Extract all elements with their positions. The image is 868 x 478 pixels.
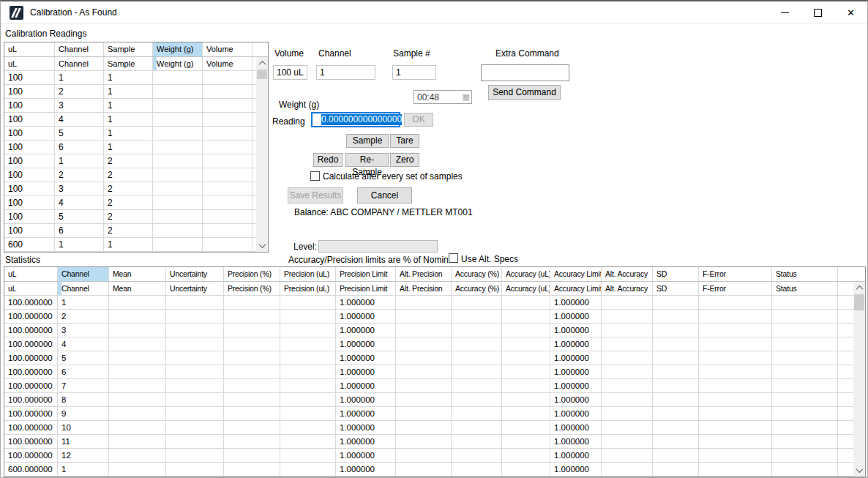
cell-sample[interactable]: 1 bbox=[104, 85, 153, 98]
column-header-accuracy-ul[interactable]: Accuracy (uL) bbox=[502, 282, 550, 295]
cell-uncertainty[interactable] bbox=[166, 296, 224, 309]
cell-accuracy-limit[interactable]: 1.000000 bbox=[550, 351, 602, 365]
column-header-volume[interactable]: Volume bbox=[203, 57, 252, 70]
cell-sample[interactable]: 2 bbox=[104, 154, 153, 168]
cell-channel[interactable]: 11 bbox=[58, 435, 109, 448]
column-header-accuracy-ul[interactable]: Accuracy (uL) bbox=[502, 267, 550, 281]
cell-accuracy-ul[interactable] bbox=[502, 463, 550, 476]
cell-precision-ul[interactable] bbox=[280, 449, 336, 462]
column-header-accuracy-limit[interactable]: Accuracy Limit bbox=[550, 282, 602, 295]
cell-weight-g[interactable] bbox=[153, 196, 203, 209]
scrollbar-thumb[interactable] bbox=[854, 294, 864, 310]
column-header-ul[interactable]: uL bbox=[4, 57, 55, 70]
cell-channel[interactable]: 5 bbox=[58, 351, 109, 365]
cell-ul[interactable]: 100 bbox=[4, 168, 55, 182]
cell-accuracy-ul[interactable] bbox=[502, 296, 550, 309]
cell-channel[interactable]: 5 bbox=[55, 127, 104, 140]
column-header-accuracy[interactable]: Accuracy (%) bbox=[452, 282, 502, 295]
cell-status[interactable] bbox=[772, 463, 838, 476]
cell-uncertainty[interactable] bbox=[166, 379, 224, 392]
cell-precision-limit[interactable]: 1.000000 bbox=[336, 337, 396, 351]
cell-mean[interactable] bbox=[109, 337, 166, 351]
cell-alt-precision[interactable] bbox=[396, 324, 452, 337]
cell-ul[interactable]: 100 bbox=[4, 141, 55, 154]
cell-alt-accuracy[interactable] bbox=[602, 324, 653, 337]
cell-f-error[interactable] bbox=[699, 351, 772, 365]
cell-precision-ul[interactable] bbox=[280, 351, 336, 365]
column-header-ul[interactable]: uL bbox=[4, 42, 55, 56]
cell-ul[interactable]: 100.000000 bbox=[4, 435, 58, 448]
column-header-weight-g[interactable]: Weight (g) bbox=[153, 57, 203, 70]
cell-precision-ul[interactable] bbox=[280, 310, 336, 323]
cell-volume[interactable] bbox=[203, 85, 252, 98]
channel-input[interactable] bbox=[316, 65, 375, 80]
cell-precision[interactable] bbox=[224, 310, 280, 323]
cell-alt-accuracy[interactable] bbox=[602, 463, 653, 476]
cell-accuracy[interactable] bbox=[452, 421, 502, 434]
cell-sd[interactable] bbox=[653, 421, 699, 434]
cell-accuracy[interactable] bbox=[452, 310, 502, 323]
cell-precision-ul[interactable] bbox=[280, 463, 336, 476]
cell-alt-precision[interactable] bbox=[396, 449, 452, 462]
column-header-f-error[interactable]: F-Error bbox=[699, 267, 772, 281]
column-header-precision-limit[interactable]: Precision Limit bbox=[336, 267, 396, 281]
cell-accuracy-ul[interactable] bbox=[502, 379, 550, 392]
cell-accuracy-limit[interactable]: 1.000000 bbox=[550, 435, 602, 448]
cell-precision[interactable] bbox=[224, 421, 280, 434]
cell-uncertainty[interactable] bbox=[166, 365, 224, 378]
cell-precision-ul[interactable] bbox=[280, 393, 336, 406]
cell-accuracy-limit[interactable]: 1.000000 bbox=[550, 310, 602, 323]
cell-f-error[interactable] bbox=[699, 435, 772, 448]
cell-channel[interactable]: 1 bbox=[58, 296, 109, 309]
cell-precision[interactable] bbox=[224, 407, 280, 420]
cell-precision-limit[interactable]: 1.000000 bbox=[336, 421, 396, 434]
cell-ul[interactable]: 100 bbox=[4, 182, 55, 195]
cell-alt-precision[interactable] bbox=[396, 463, 452, 476]
cell-ul[interactable]: 100 bbox=[4, 71, 55, 84]
cell-accuracy-limit[interactable]: 1.000000 bbox=[550, 296, 602, 309]
cell-alt-accuracy[interactable] bbox=[602, 449, 653, 462]
minimize-button[interactable] bbox=[768, 1, 801, 23]
cell-sd[interactable] bbox=[653, 407, 699, 420]
column-header-status[interactable]: Status bbox=[772, 282, 838, 295]
cell-precision-ul[interactable] bbox=[280, 421, 336, 434]
cell-mean[interactable] bbox=[109, 365, 166, 378]
ok-button[interactable]: OK bbox=[404, 113, 433, 127]
cell-sample[interactable]: 2 bbox=[104, 196, 153, 209]
cell-alt-accuracy[interactable] bbox=[602, 351, 653, 365]
column-header-mean[interactable]: Mean bbox=[109, 267, 166, 281]
cell-ul[interactable]: 100 bbox=[4, 224, 55, 237]
cell-mean[interactable] bbox=[109, 449, 166, 462]
cell-sample[interactable]: 1 bbox=[104, 99, 153, 112]
cell-channel[interactable]: 6 bbox=[55, 224, 104, 237]
extra-command-input[interactable] bbox=[481, 64, 569, 81]
cell-channel[interactable]: 4 bbox=[58, 337, 109, 351]
cell-status[interactable] bbox=[772, 351, 838, 365]
column-header-accuracy[interactable]: Accuracy (%) bbox=[452, 267, 502, 281]
cell-f-error[interactable] bbox=[699, 337, 772, 351]
send-command-button[interactable]: Send Command bbox=[488, 85, 561, 100]
column-header-ul[interactable]: uL bbox=[4, 267, 58, 281]
column-header-precision[interactable]: Precision (%) bbox=[224, 267, 280, 281]
cell-precision[interactable] bbox=[224, 379, 280, 392]
cell-sd[interactable] bbox=[653, 393, 699, 406]
cell-weight-g[interactable] bbox=[153, 168, 203, 182]
cell-accuracy-ul[interactable] bbox=[502, 435, 550, 448]
column-header-precision[interactable]: Precision (%) bbox=[224, 282, 280, 295]
cell-precision-limit[interactable]: 1.000000 bbox=[336, 365, 396, 378]
resample-button[interactable]: Re-Sample bbox=[345, 153, 389, 167]
column-header-alt-precision[interactable]: Alt. Precision bbox=[396, 267, 452, 281]
cell-uncertainty[interactable] bbox=[166, 324, 224, 337]
scroll-down-button[interactable] bbox=[256, 239, 268, 252]
cell-channel[interactable]: 2 bbox=[55, 85, 104, 98]
cell-accuracy-limit[interactable]: 1.000000 bbox=[550, 337, 602, 351]
cell-volume[interactable] bbox=[203, 141, 252, 154]
cell-ul[interactable]: 100 bbox=[4, 127, 55, 140]
cell-precision-limit[interactable]: 1.000000 bbox=[336, 435, 396, 448]
cell-ul[interactable]: 100.000000 bbox=[4, 337, 58, 351]
close-button[interactable]: ✕ bbox=[834, 1, 867, 23]
cell-accuracy[interactable] bbox=[452, 463, 502, 476]
cell-alt-precision[interactable] bbox=[396, 379, 452, 392]
cell-sd[interactable] bbox=[653, 351, 699, 365]
cell-weight-g[interactable] bbox=[153, 85, 203, 98]
